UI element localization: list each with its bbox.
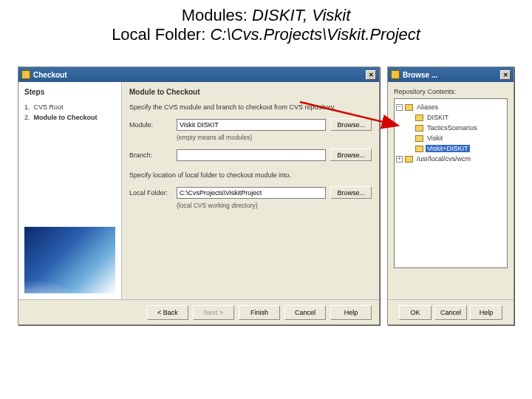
folder-icon [415, 125, 423, 132]
tree-viskit-diskit[interactable]: Viskit+DISKIT [426, 145, 470, 152]
module-hint: (empty means all modules) [177, 134, 372, 141]
branch-browse-button[interactable]: Browse... [330, 149, 372, 161]
localfolder-label: Local Folder: [112, 25, 210, 44]
localfolder-input[interactable] [177, 187, 326, 199]
repo-tree[interactable]: −Aliases DISKIT TacticsScenarios Viskit … [394, 98, 508, 268]
localfolder-desc: Specify location of local folder to chec… [129, 171, 372, 179]
browse-titlebar[interactable]: Browse ... ✕ [388, 67, 514, 82]
wizard-steps-pane: Steps 1. CVS Root 2. Module to Checkout [18, 82, 122, 299]
wizard-decoration [24, 227, 115, 293]
step-2-num: 2. [24, 114, 30, 121]
localfolder-value: C:\Cvs.Projects\Viskit.Project [210, 25, 420, 44]
step-2-label: Module to Checkout [34, 114, 98, 121]
tree-aliases[interactable]: Aliases [415, 103, 440, 111]
form-desc: Specify the CVS module and branch to che… [129, 103, 372, 111]
close-icon[interactable]: ✕ [366, 70, 376, 80]
tree-tactics[interactable]: TacticsScenarios [426, 124, 479, 132]
folder-icon [415, 135, 423, 142]
localfolder-field-label: Local Folder: [129, 189, 172, 197]
next-button: Next > [193, 305, 234, 320]
browse-title: Browse ... [403, 71, 437, 79]
localfolder-browse-button[interactable]: Browse... [330, 186, 372, 199]
checkout-titlebar[interactable]: Checkout ✕ [18, 67, 379, 82]
checkout-app-icon [21, 70, 30, 79]
modules-label: Modules: [182, 6, 252, 24]
checkout-button-bar: < Back Next > Finish Cancel Help [18, 299, 379, 324]
folder-icon [415, 115, 423, 121]
browse-help-button[interactable]: Help [470, 305, 502, 320]
checkout-title: Checkout [33, 71, 67, 79]
tree-viskit[interactable]: Viskit [426, 134, 444, 142]
step-1-label: CVS Root [34, 103, 64, 111]
folder-icon [405, 156, 413, 163]
collapse-icon[interactable]: − [396, 104, 403, 111]
slide-title: Modules: DISKIT, Viskit Local Folder: C:… [0, 0, 532, 47]
folder-icon [405, 104, 413, 111]
branch-label: Branch: [129, 151, 172, 159]
help-button[interactable]: Help [330, 305, 372, 320]
folder-icon [415, 146, 423, 152]
branch-input[interactable] [177, 149, 326, 161]
module-input[interactable] [177, 119, 326, 131]
modules-value: DISKIT, Viskit [252, 6, 350, 24]
tree-diskit[interactable]: DISKIT [426, 114, 450, 121]
cancel-button[interactable]: Cancel [284, 305, 326, 320]
localfolder-hint: (local CVS working directory) [177, 202, 372, 209]
form-heading: Module to Checkout [129, 88, 372, 96]
checkout-dialog: Checkout ✕ Steps 1. CVS Root 2. Module t… [18, 66, 380, 325]
tree-usr[interactable]: /usr/local/cvs/wcm [415, 155, 472, 163]
repo-contents-label: Repository Contents: [394, 88, 508, 95]
browse-cancel-button[interactable]: Cancel [434, 305, 467, 320]
browse-app-icon [391, 70, 400, 79]
expand-icon[interactable]: + [396, 156, 403, 163]
browse-dialog: Browse ... ✕ Repository Contents: −Alias… [387, 66, 514, 325]
browse-button-bar: OK Cancel Help [388, 299, 514, 324]
back-button[interactable]: < Back [147, 305, 188, 320]
module-label: Module: [129, 121, 172, 129]
ok-button[interactable]: OK [399, 305, 432, 320]
checkout-form: Module to Checkout Specify the CVS modul… [122, 82, 379, 299]
step-1-num: 1. [24, 103, 30, 111]
browse-close-icon[interactable]: ✕ [500, 70, 511, 80]
finish-button[interactable]: Finish [239, 305, 280, 320]
module-browse-button[interactable]: Browse... [330, 118, 372, 131]
steps-heading: Steps [24, 88, 115, 96]
